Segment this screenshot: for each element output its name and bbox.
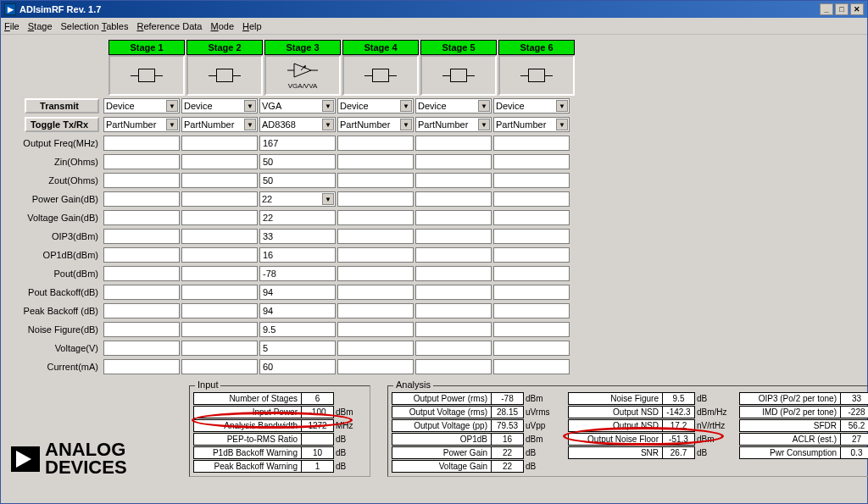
param-input[interactable] bbox=[103, 136, 180, 151]
device-combo-2[interactable]: Device▼ bbox=[181, 98, 258, 114]
param-input[interactable] bbox=[181, 341, 258, 356]
param-input[interactable] bbox=[415, 173, 492, 188]
device-combo-5[interactable]: Device▼ bbox=[415, 98, 492, 114]
param-input[interactable] bbox=[415, 154, 492, 169]
param-input[interactable]: 50 bbox=[259, 154, 336, 169]
param-input[interactable] bbox=[415, 303, 492, 318]
param-input[interactable] bbox=[103, 247, 180, 263]
device-combo-4[interactable]: Device▼ bbox=[337, 98, 414, 114]
param-input[interactable] bbox=[415, 136, 492, 151]
param-input[interactable] bbox=[493, 191, 570, 207]
menu-reference-data[interactable]: Reference Data bbox=[136, 21, 202, 31]
param-input[interactable] bbox=[181, 285, 258, 300]
menu-selection-tables[interactable]: Selection Tables bbox=[61, 21, 129, 31]
param-input[interactable] bbox=[181, 359, 258, 374]
menu-file[interactable]: File bbox=[4, 21, 19, 31]
param-input[interactable] bbox=[181, 229, 258, 244]
param-input[interactable] bbox=[415, 266, 492, 281]
param-input[interactable] bbox=[103, 266, 180, 281]
param-input[interactable] bbox=[103, 210, 180, 225]
param-input[interactable]: 9.5 bbox=[259, 322, 336, 337]
param-input[interactable]: 16 bbox=[259, 247, 336, 263]
stage-symbol-5[interactable] bbox=[420, 55, 497, 96]
param-input[interactable] bbox=[103, 285, 180, 300]
param-input[interactable] bbox=[103, 303, 180, 318]
param-input[interactable] bbox=[103, 341, 180, 356]
param-input[interactable] bbox=[493, 210, 570, 225]
param-input[interactable] bbox=[415, 210, 492, 225]
param-input[interactable] bbox=[337, 210, 414, 225]
param-input[interactable]: 167 bbox=[259, 136, 336, 151]
param-input[interactable] bbox=[181, 136, 258, 151]
partnumber-combo-1[interactable]: PartNumber▼ bbox=[103, 117, 180, 132]
stage-symbol-1[interactable] bbox=[108, 55, 185, 96]
param-input[interactable] bbox=[337, 266, 414, 281]
partnumber-combo-5[interactable]: PartNumber▼ bbox=[415, 117, 492, 132]
device-combo-1[interactable]: Device▼ bbox=[103, 98, 180, 114]
param-input[interactable] bbox=[337, 191, 414, 207]
param-input[interactable] bbox=[415, 359, 492, 374]
param-input[interactable] bbox=[103, 322, 180, 337]
param-input[interactable]: 50 bbox=[259, 173, 336, 188]
param-input[interactable] bbox=[181, 210, 258, 225]
param-input[interactable] bbox=[103, 191, 180, 207]
param-input[interactable] bbox=[415, 247, 492, 263]
param-input[interactable] bbox=[493, 322, 570, 337]
param-input[interactable]: 94 bbox=[259, 285, 336, 300]
param-input[interactable] bbox=[493, 247, 570, 263]
menu-mode[interactable]: Mode bbox=[210, 21, 234, 31]
param-input[interactable] bbox=[415, 191, 492, 207]
device-combo-6[interactable]: Device▼ bbox=[493, 98, 570, 114]
param-input[interactable] bbox=[181, 303, 258, 318]
param-input[interactable] bbox=[493, 341, 570, 356]
param-input[interactable] bbox=[493, 154, 570, 169]
param-input[interactable] bbox=[181, 173, 258, 188]
param-input[interactable] bbox=[415, 229, 492, 244]
param-input[interactable] bbox=[415, 285, 492, 300]
minimize-button[interactable]: _ bbox=[820, 3, 833, 15]
param-input[interactable] bbox=[337, 341, 414, 356]
param-input[interactable] bbox=[337, 154, 414, 169]
param-input[interactable] bbox=[415, 341, 492, 356]
param-input[interactable] bbox=[103, 359, 180, 374]
maximize-button[interactable]: □ bbox=[835, 3, 849, 15]
param-input[interactable] bbox=[415, 322, 492, 337]
param-input[interactable] bbox=[493, 359, 570, 374]
param-input[interactable] bbox=[493, 136, 570, 151]
param-input[interactable] bbox=[337, 136, 414, 151]
stage-symbol-4[interactable] bbox=[342, 55, 419, 96]
partnumber-combo-6[interactable]: PartNumber▼ bbox=[493, 117, 570, 132]
param-input[interactable] bbox=[493, 266, 570, 281]
menu-stage[interactable]: Stage bbox=[28, 21, 53, 31]
stage-symbol-2[interactable] bbox=[186, 55, 263, 96]
param-input[interactable] bbox=[103, 229, 180, 244]
param-input[interactable] bbox=[337, 173, 414, 188]
param-input[interactable]: -78 bbox=[259, 266, 336, 281]
stage-symbol-6[interactable] bbox=[498, 55, 575, 96]
transmit-button[interactable]: Transmit bbox=[25, 98, 99, 114]
param-input[interactable]: 22▼ bbox=[259, 191, 336, 207]
partnumber-combo-4[interactable]: PartNumber▼ bbox=[337, 117, 414, 132]
param-input[interactable] bbox=[493, 229, 570, 244]
param-input[interactable] bbox=[181, 247, 258, 263]
partnumber-combo-3[interactable]: AD8368▼ bbox=[259, 117, 336, 132]
param-input[interactable] bbox=[337, 285, 414, 300]
param-input[interactable] bbox=[337, 322, 414, 337]
param-input[interactable] bbox=[181, 191, 258, 207]
param-input[interactable] bbox=[103, 154, 180, 169]
close-button[interactable]: ✕ bbox=[850, 3, 864, 15]
param-input[interactable]: 5 bbox=[259, 341, 336, 356]
menu-help[interactable]: Help bbox=[242, 21, 262, 31]
device-combo-3[interactable]: VGA▼ bbox=[259, 98, 336, 114]
stage-symbol-3[interactable]: VGA/VVA bbox=[264, 55, 341, 96]
partnumber-combo-2[interactable]: PartNumber▼ bbox=[181, 117, 258, 132]
param-input[interactable]: 60 bbox=[259, 359, 336, 374]
param-input[interactable]: 22 bbox=[259, 210, 336, 225]
param-input[interactable] bbox=[181, 154, 258, 169]
toggle-txrx-button[interactable]: Toggle Tx/Rx bbox=[25, 117, 99, 132]
param-input[interactable] bbox=[337, 229, 414, 244]
param-input[interactable] bbox=[493, 303, 570, 318]
param-input[interactable] bbox=[181, 322, 258, 337]
param-input[interactable] bbox=[337, 247, 414, 263]
param-input[interactable] bbox=[493, 173, 570, 188]
